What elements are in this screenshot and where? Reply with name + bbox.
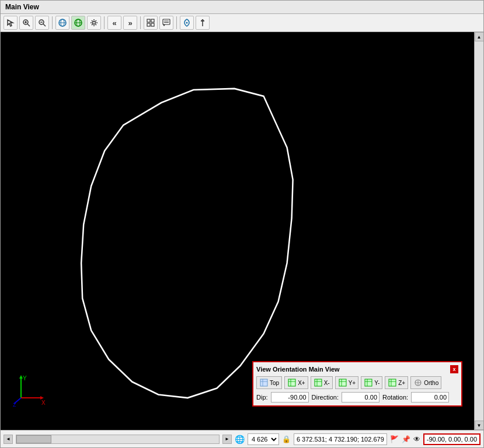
settings-button[interactable] [87, 16, 101, 30]
pin2-button[interactable] [196, 16, 210, 30]
comment-button[interactable] [159, 16, 173, 30]
left-chevron-icon: « [112, 19, 116, 27]
flag1-icon[interactable]: 🚩 [390, 435, 399, 443]
viewport[interactable]: Y X Z View Orientation Main View x [1, 32, 474, 430]
eye-icon: 👁 [413, 435, 420, 443]
svg-text:X: X [41, 400, 46, 406]
orientation-panel: View Orientation Main View x Top [252, 361, 462, 407]
svg-point-21 [186, 22, 188, 24]
flag2-icon[interactable]: 📌 [402, 435, 410, 443]
svg-marker-24 [81, 89, 293, 398]
coordinates-display: 6 372.531; 4 732.190; 102.679 [294, 433, 387, 445]
direction-label: Direction: [312, 394, 339, 401]
svg-text:Y: Y [23, 375, 27, 382]
yminus-label: Y- [374, 380, 379, 386]
pin1-button[interactable] [180, 16, 194, 30]
separator-3 [140, 16, 141, 29]
zoom-in-button[interactable] [19, 16, 33, 30]
svg-rect-42 [339, 379, 346, 386]
coords-text: 6 372.531; 4 732.190; 102.679 [297, 436, 384, 443]
dip-label: Dip: [256, 394, 268, 401]
axes-indicator: Y X Z [12, 374, 47, 407]
top-view-button[interactable]: Top [256, 376, 282, 389]
zoom-selector[interactable]: 4 626 [248, 433, 279, 445]
select-tool-button[interactable] [4, 16, 18, 30]
scroll-right-button[interactable]: ► [222, 435, 232, 444]
orientation-buttons-row: Top X+ X- [256, 376, 458, 389]
zplus-icon [388, 378, 397, 387]
xminus-icon [314, 378, 323, 387]
xplus-view-button[interactable]: X+ [284, 376, 308, 389]
right-chevron-button[interactable]: » [123, 16, 137, 30]
scrollbar-track[interactable] [475, 41, 484, 421]
window-title: Main View [5, 3, 39, 11]
dip-input[interactable] [271, 392, 309, 402]
svg-rect-17 [151, 23, 154, 26]
xminus-view-button[interactable]: X- [311, 376, 333, 389]
orientation-panel-title: View Orientation Main View [256, 366, 340, 373]
zplus-view-button[interactable]: Z+ [385, 376, 408, 389]
scrollbar-thumb[interactable] [16, 435, 51, 443]
title-bar: Main View [1, 1, 483, 14]
svg-text:Z: Z [13, 402, 16, 407]
svg-rect-36 [288, 379, 295, 386]
bottom-bar: ◄ ► 🌐 4 626 🔒 6 372.531; 4 732.190; 102.… [1, 430, 483, 447]
svg-rect-33 [260, 379, 267, 386]
direction-input[interactable] [342, 392, 379, 402]
svg-point-13 [93, 22, 96, 24]
right-chevron-icon: » [128, 19, 132, 27]
xminus-label: X- [324, 380, 330, 386]
view-coordinates-display: -90.00, 0.00, 0.00 [423, 433, 480, 445]
yplus-icon [338, 378, 347, 387]
orientation-panel-close-button[interactable]: x [450, 365, 458, 373]
view-coords-text: -90.00, 0.00, 0.00 [427, 436, 477, 443]
separator-1 [52, 16, 53, 29]
orientation-fields-row: Dip: Direction: Rotation: [256, 392, 458, 402]
separator-2 [104, 16, 105, 29]
orientation-panel-titlebar: View Orientation Main View x [256, 365, 458, 373]
yplus-label: Y+ [349, 380, 356, 386]
svg-rect-14 [147, 19, 150, 22]
ortho-icon [413, 378, 423, 387]
main-viewport-area: Y X Z View Orientation Main View x [1, 32, 483, 430]
status-section: 🌐 4 626 🔒 6 372.531; 4 732.190; 102.679 … [235, 433, 480, 445]
top-icon [259, 378, 269, 387]
scrollbar-down-button[interactable]: ▼ [475, 421, 484, 430]
svg-line-5 [43, 24, 46, 26]
lock-icon: 🔒 [282, 435, 291, 443]
right-scrollbar[interactable]: ▲ ▼ [474, 32, 483, 430]
grid-button[interactable] [144, 16, 158, 30]
rotation-label: Rotation: [382, 394, 408, 401]
zplus-label: Z+ [398, 380, 405, 386]
zoom-out-button[interactable] [35, 16, 49, 30]
xplus-icon [287, 378, 297, 387]
bottom-scrollbar[interactable] [16, 435, 220, 444]
scrollbar-up-button[interactable]: ▲ [475, 32, 484, 41]
svg-rect-39 [315, 379, 322, 386]
ortho-label: Ortho [424, 380, 438, 386]
svg-rect-16 [147, 23, 150, 26]
svg-rect-48 [389, 379, 396, 386]
yminus-icon [364, 378, 373, 387]
globe-status-icon: 🌐 [235, 435, 245, 444]
toolbar: « » [1, 14, 483, 32]
yplus-view-button[interactable]: Y+ [335, 376, 359, 389]
yminus-view-button[interactable]: Y- [361, 376, 382, 389]
rotation-input[interactable] [411, 392, 449, 402]
globe1-button[interactable] [55, 16, 69, 30]
top-label: Top [270, 380, 279, 386]
separator-4 [176, 16, 177, 29]
left-chevron-button[interactable]: « [107, 16, 121, 30]
svg-line-1 [27, 24, 30, 26]
scroll-left-button[interactable]: ◄ [4, 435, 13, 444]
svg-rect-18 [163, 19, 170, 24]
svg-rect-45 [365, 379, 372, 386]
xplus-label: X+ [298, 380, 305, 386]
ortho-view-button[interactable]: Ortho [410, 376, 441, 389]
svg-rect-15 [151, 19, 154, 22]
globe2-button[interactable] [71, 16, 85, 30]
main-window: Main View « » [0, 0, 484, 448]
